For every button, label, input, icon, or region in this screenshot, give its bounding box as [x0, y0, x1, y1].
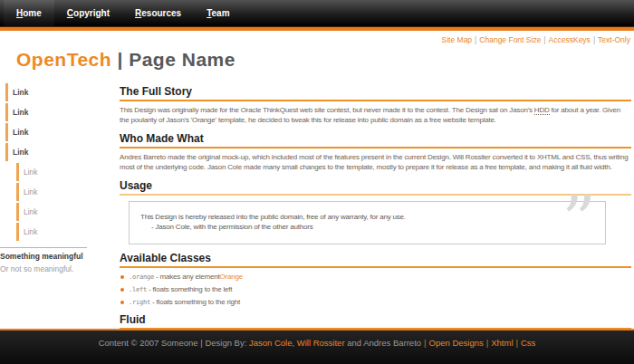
list-item-text: - floats something to the right — [152, 298, 240, 306]
class-code-orange: .orange — [129, 273, 154, 281]
utility-link-change-font-size[interactable]: Change Font Size — [479, 35, 541, 44]
list-item-right: .right- floats something to the right — [120, 298, 631, 306]
section-title-fluid: Fluid — [120, 313, 631, 330]
footer-link-jason-cole[interactable]: Jason Cole — [249, 338, 293, 348]
orange-highlight: Orange — [220, 273, 243, 281]
utility-separator: | — [475, 35, 476, 44]
page: Home Copyright Resources Team Site Map|C… — [0, 0, 634, 364]
footer-separator: | — [424, 338, 426, 348]
sidebar-divider — [0, 247, 87, 248]
masthead-divider: | — [117, 49, 129, 70]
full-story-paragraph: This Design was originally made for the … — [120, 106, 631, 125]
masthead: OpenTech | Page Name — [0, 47, 634, 78]
list-item-text: - makes any element — [156, 273, 219, 281]
nav-item-copyright-accesskey: C — [67, 8, 73, 18]
section-title-usage: Usage — [120, 179, 631, 196]
content-columns: Link Link Link Link Link Link Link Link … — [0, 78, 634, 356]
footer-link-css[interactable]: Css — [521, 338, 535, 348]
footer-andres-text: and Andres Barreto — [345, 338, 422, 348]
footer-copyright-text: Content © 2007 Someone | Design By: — [99, 338, 249, 348]
site-name: OpenTech — [16, 49, 111, 70]
quote-attribution: - Jason Cole, with the permission of the… — [140, 222, 542, 232]
nav-item-copyright[interactable]: Copyright — [54, 0, 122, 26]
nav-item-copyright-label: opyright — [73, 8, 110, 18]
nav-item-resources[interactable]: Resources — [122, 0, 194, 26]
nav-item-team[interactable]: Team — [194, 0, 242, 26]
page-title: Page Name — [129, 49, 235, 70]
sidebar: Link Link Link Link Link Link Link Link … — [0, 78, 120, 273]
sidebar-sublink-1[interactable]: Link — [16, 163, 120, 181]
utility-link-site-map[interactable]: Site Map — [442, 35, 473, 44]
footer-separator: | — [516, 338, 518, 348]
nav-item-team-label: eam — [212, 8, 230, 18]
sidebar-link-2[interactable]: Link — [5, 103, 120, 121]
sidebar-heading: Something meaningful — [0, 252, 120, 261]
footer-link-will-rossiter[interactable]: Will Rossiter — [297, 338, 345, 348]
list-item-text: - floats something to the left — [149, 285, 232, 293]
footer-link-xhtml[interactable]: Xhtml — [491, 338, 513, 348]
sidebar-link-4[interactable]: Link — [5, 143, 120, 161]
footer: Content © 2007 Someone | Design By: Jaso… — [0, 329, 634, 364]
classes-list: .orange- makes any element Orange .left-… — [120, 273, 631, 306]
sidebar-link-1[interactable]: Link — [5, 83, 120, 101]
sidebar-sublink-3[interactable]: Link — [16, 203, 120, 221]
section-title-who-made-what: Who Made What — [120, 132, 631, 148]
bullet-icon — [120, 301, 124, 304]
sidebar-subnav: Link Link Link Link — [11, 163, 120, 241]
quote-box: This Design is hereby released into the … — [129, 201, 606, 244]
class-code-right: .right — [129, 299, 150, 306]
sidebar-sublink-2[interactable]: Link — [16, 183, 120, 201]
section-title-available-classes: Available Classes — [120, 252, 631, 268]
utility-separator: | — [593, 35, 595, 44]
utility-link-accesskeys[interactable]: AccessKeys — [549, 35, 591, 44]
sidebar-sublink-4[interactable]: Link — [16, 223, 120, 241]
sidebar-link-3[interactable]: Link — [5, 123, 120, 141]
list-item-left: .left- floats something to the left — [120, 285, 631, 293]
footer-link-open-designs[interactable]: Open Designs — [429, 338, 484, 348]
hdd-abbreviation: HDD — [534, 106, 550, 115]
class-code-left: .left — [129, 286, 147, 293]
main-content: The Full Story This Design was originall… — [120, 78, 634, 356]
nav-item-home[interactable]: Home — [4, 0, 54, 26]
utility-links-bar: Site Map|Change Font Size|AccessKeys|Tex… — [0, 31, 634, 47]
bullet-icon — [120, 275, 124, 279]
bullet-icon — [120, 288, 124, 292]
utility-separator: | — [543, 35, 545, 44]
who-made-what-paragraph: Andres Barreto made the original mock-up… — [120, 153, 631, 172]
section-title-full-story: The Full Story — [120, 85, 631, 101]
utility-link-text-only[interactable]: Text-Only — [598, 35, 630, 44]
full-story-text-1: This Design was originally made for the … — [120, 106, 534, 114]
nav-item-home-label: ome — [23, 8, 42, 18]
quote-text: This Design is hereby released into the … — [140, 212, 542, 222]
quote-mark-icon: ” — [562, 187, 596, 254]
nav-item-resources-label: esources — [141, 8, 181, 18]
top-nav-bar: Home Copyright Resources Team — [0, 0, 634, 26]
footer-separator: | — [486, 338, 488, 348]
list-item-orange: .orange- makes any element Orange — [120, 273, 631, 281]
sidebar-note: Or not so meaningful. — [0, 264, 120, 273]
